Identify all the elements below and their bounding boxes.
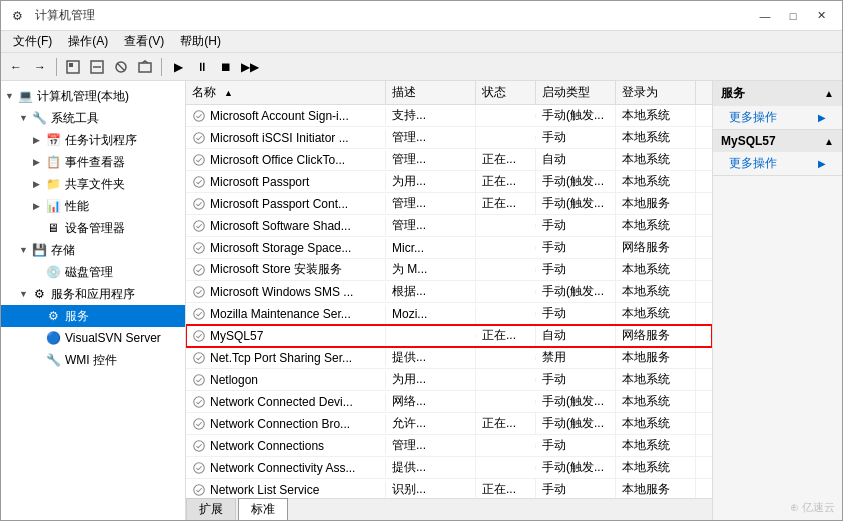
toolbar-btn-1[interactable]: [62, 56, 84, 78]
table-row[interactable]: Network Connections 管理... 手动 本地系统: [186, 435, 712, 457]
table-row[interactable]: Netlogon 为用... 手动 本地系统: [186, 369, 712, 391]
service-name-text: Microsoft Store 安装服务: [210, 261, 342, 278]
action-section-header[interactable]: 服务▲: [713, 81, 842, 106]
cell-login: 本地服务: [616, 193, 696, 214]
table-row[interactable]: Microsoft iSCSI Initiator ... 管理... 手动 本…: [186, 127, 712, 149]
cell-login: 本地系统: [616, 413, 696, 434]
cell-login: 本地系统: [616, 259, 696, 280]
stop-button[interactable]: ⏹: [215, 56, 237, 78]
cell-name: Network Connected Devi...: [186, 393, 386, 411]
bottom-tabs: 扩展 标准: [186, 498, 712, 520]
tree-item-performance[interactable]: 📊性能: [1, 195, 185, 217]
table-row[interactable]: Network List Service 识别... 正在... 手动 本地服务: [186, 479, 712, 498]
service-icon: [192, 197, 206, 211]
forward-button[interactable]: →: [29, 56, 51, 78]
cell-name: Microsoft Storage Space...: [186, 239, 386, 257]
cell-login: 本地系统: [616, 369, 696, 390]
col-header-start[interactable]: 启动类型: [536, 81, 616, 104]
menu-view[interactable]: 查看(V): [116, 31, 172, 52]
menu-help[interactable]: 帮助(H): [172, 31, 229, 52]
cell-login: 本地服务: [616, 347, 696, 368]
toolbar-btn-3[interactable]: [110, 56, 132, 78]
close-button[interactable]: ✕: [808, 6, 834, 26]
cell-desc: 管理...: [386, 435, 476, 456]
service-name-text: Microsoft Windows SMS ...: [210, 285, 353, 299]
col-header-desc[interactable]: 描述: [386, 81, 476, 104]
window-controls: — □ ✕: [752, 6, 834, 26]
tree-item-icon: 📁: [45, 176, 61, 192]
service-icon: [192, 351, 206, 365]
service-name-text: Microsoft Storage Space...: [210, 241, 351, 255]
svg-rect-1: [69, 63, 73, 67]
cell-status: [476, 466, 536, 470]
table-row[interactable]: Network Connected Devi... 网络... 手动(触发...…: [186, 391, 712, 413]
action-item[interactable]: 更多操作▶: [713, 152, 842, 175]
svg-point-17: [194, 330, 205, 341]
svg-point-14: [194, 264, 205, 275]
tree-item-services_apps[interactable]: ⚙服务和应用程序: [1, 283, 185, 305]
col-header-status[interactable]: 状态: [476, 81, 536, 104]
play-button[interactable]: ▶: [167, 56, 189, 78]
cell-name: Microsoft Software Shad...: [186, 217, 386, 235]
service-icon: [192, 241, 206, 255]
tree-item-label: 服务和应用程序: [51, 285, 135, 303]
table-row[interactable]: Microsoft Passport 为用... 正在... 手动(触发... …: [186, 171, 712, 193]
cell-status: [476, 400, 536, 404]
toolbar-btn-2[interactable]: [86, 56, 108, 78]
table-row[interactable]: Microsoft Account Sign-i... 支持... 手动(触发.…: [186, 105, 712, 127]
tree-item-wmi[interactable]: 🔧WMI 控件: [1, 349, 185, 371]
tab-expand[interactable]: 扩展: [186, 498, 236, 520]
table-row[interactable]: Network Connection Bro... 允许... 正在... 手动…: [186, 413, 712, 435]
service-name-text: Net.Tcp Port Sharing Ser...: [210, 351, 352, 365]
tree-item-disk_manager[interactable]: 💿磁盘管理: [1, 261, 185, 283]
tree-item-visualsvn[interactable]: 🔵VisualSVN Server: [1, 327, 185, 349]
tree-item-device_manager[interactable]: 🖥设备管理器: [1, 217, 185, 239]
table-row[interactable]: Microsoft Store 安装服务 为 M... 手动 本地系统: [186, 259, 712, 281]
table-row[interactable]: Network Connectivity Ass... 提供... 手动(触发.…: [186, 457, 712, 479]
service-icon: [192, 461, 206, 475]
tab-standard[interactable]: 标准: [238, 498, 288, 520]
action-section-header[interactable]: MySQL57▲: [713, 130, 842, 152]
service-icon: [192, 109, 206, 123]
tree-item-system_tools[interactable]: 🔧系统工具: [1, 107, 185, 129]
restart-button[interactable]: ▶▶: [239, 56, 261, 78]
app-icon: ⚙: [9, 8, 25, 24]
table-row[interactable]: Microsoft Storage Space... Micr... 手动 网络…: [186, 237, 712, 259]
toolbar-btn-4[interactable]: [134, 56, 156, 78]
action-item[interactable]: 更多操作▶: [713, 106, 842, 129]
tree-item-label: 性能: [65, 197, 89, 215]
tree-item-shared_folders[interactable]: 📁共享文件夹: [1, 173, 185, 195]
cell-start-type: 自动: [536, 325, 616, 346]
cell-login: 本地系统: [616, 391, 696, 412]
table-row[interactable]: MySQL57 正在... 自动 网络服务: [186, 325, 712, 347]
svg-point-15: [194, 286, 205, 297]
cell-name: Microsoft Store 安装服务: [186, 259, 386, 280]
col-header-login[interactable]: 登录为: [616, 81, 696, 104]
tree-item-event_viewer[interactable]: 📋事件查看器: [1, 151, 185, 173]
tree-item-icon: 💾: [31, 242, 47, 258]
table-row[interactable]: Microsoft Passport Cont... 管理... 正在... 手…: [186, 193, 712, 215]
cell-start-type: 手动(触发...: [536, 193, 616, 214]
table-row[interactable]: Mozilla Maintenance Ser... Mozi... 手动 本地…: [186, 303, 712, 325]
menu-action[interactable]: 操作(A): [60, 31, 116, 52]
table-row[interactable]: Net.Tcp Port Sharing Ser... 提供... 禁用 本地服…: [186, 347, 712, 369]
col-header-name[interactable]: 名称 ▲: [186, 81, 386, 104]
tree-item-services[interactable]: ⚙服务: [1, 305, 185, 327]
tree-item-task_scheduler[interactable]: 📅任务计划程序: [1, 129, 185, 151]
table-row[interactable]: Microsoft Software Shad... 管理... 手动 本地系统: [186, 215, 712, 237]
tree-collapse-icon: [33, 131, 45, 149]
table-row[interactable]: Microsoft Office ClickTo... 管理... 正在... …: [186, 149, 712, 171]
cell-start-type: 手动(触发...: [536, 457, 616, 478]
table-row[interactable]: Microsoft Windows SMS ... 根据... 手动(触发...…: [186, 281, 712, 303]
action-section-title: MySQL57: [721, 134, 776, 148]
back-button[interactable]: ←: [5, 56, 27, 78]
tree-item-computer[interactable]: 💻计算机管理(本地): [1, 85, 185, 107]
tree-item-storage[interactable]: 💾存储: [1, 239, 185, 261]
tree-item-icon: 🖥: [45, 220, 61, 236]
service-name-text: Mozilla Maintenance Ser...: [210, 307, 351, 321]
cell-start-type: 自动: [536, 149, 616, 170]
pause-button[interactable]: ⏸: [191, 56, 213, 78]
menu-file[interactable]: 文件(F): [5, 31, 60, 52]
maximize-button[interactable]: □: [780, 6, 806, 26]
minimize-button[interactable]: —: [752, 6, 778, 26]
